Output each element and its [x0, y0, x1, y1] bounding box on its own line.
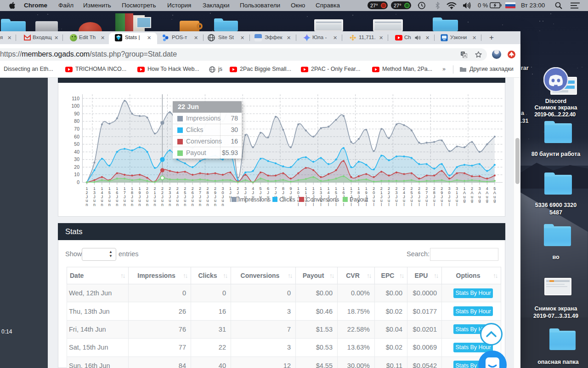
svg-text:80: 80 [74, 118, 79, 124]
svg-text:29Jul: 29Jul [441, 186, 443, 207]
svg-text:Impressions: Impressions [238, 196, 271, 203]
svg-text:28Jun: 28Jun [206, 186, 209, 207]
svg-text:10: 10 [74, 172, 79, 177]
svg-text:25Jun: 25Jun [184, 186, 186, 207]
svg-text:22Jun: 22Jun [161, 186, 164, 207]
svg-text:21Jul: 21Jul [380, 186, 383, 207]
svg-text:23Jun: 23Jun [169, 186, 171, 207]
svg-text:2Aug: 2Aug [470, 186, 473, 203]
svg-text:3Aug: 3Aug [478, 186, 481, 203]
svg-text:40: 40 [74, 149, 79, 155]
svg-text:0: 0 [77, 179, 79, 185]
svg-text:110: 110 [72, 96, 79, 101]
svg-text:1Aug: 1Aug [463, 186, 466, 203]
svg-text:70: 70 [74, 126, 79, 132]
svg-text:24Jun: 24Jun [176, 186, 179, 207]
svg-text:31Jul: 31Jul [456, 186, 458, 207]
svg-text:21Jun: 21Jun [153, 186, 156, 207]
svg-text:Conversions: Conversions [306, 196, 339, 203]
svg-text:24Jul: 24Jul [403, 186, 405, 207]
svg-text:20Jul: 20Jul [373, 186, 375, 207]
svg-text:5Aug: 5Aug [493, 186, 496, 203]
svg-text:19Jun: 19Jun [139, 186, 141, 207]
svg-text:90: 90 [74, 111, 79, 116]
svg-text:30Jun: 30Jun [221, 186, 224, 207]
svg-text:Clicks: Clicks [279, 196, 295, 203]
svg-text:20Jun: 20Jun [146, 186, 148, 207]
svg-text:16Jun: 16Jun [116, 186, 118, 207]
svg-text:12Jun: 12Jun [85, 186, 88, 207]
svg-text:14Jun: 14Jun [101, 186, 103, 207]
svg-text:26Jun: 26Jun [192, 186, 194, 207]
svg-text:20: 20 [74, 164, 79, 170]
svg-text:1Jul: 1Jul [229, 186, 232, 203]
svg-text:16Jul: 16Jul [342, 186, 345, 207]
svg-text:50: 50 [74, 141, 79, 147]
svg-text:25Jul: 25Jul [410, 186, 413, 207]
svg-text:15Jun: 15Jun [108, 186, 111, 207]
svg-text:Payout: Payout [350, 196, 368, 203]
svg-text:18Jun: 18Jun [131, 186, 133, 207]
svg-text:22Jul: 22Jul [388, 186, 390, 207]
svg-text:27Jul: 27Jul [425, 186, 428, 207]
svg-text:27Jun: 27Jun [199, 186, 201, 207]
svg-text:28Jul: 28Jul [433, 186, 435, 207]
svg-text:13Jun: 13Jun [93, 186, 96, 207]
svg-text:30Jul: 30Jul [448, 186, 451, 207]
svg-text:17Jun: 17Jun [124, 186, 126, 207]
svg-text:26Jul: 26Jul [418, 186, 420, 207]
svg-text:100: 100 [71, 103, 79, 109]
svg-text:4Aug: 4Aug [486, 186, 488, 203]
svg-text:29Jun: 29Jun [214, 186, 216, 207]
svg-text:23Jul: 23Jul [395, 186, 397, 207]
svg-text:10Jul: 10Jul [297, 186, 300, 207]
svg-text:60: 60 [74, 134, 79, 139]
svg-text:30: 30 [74, 156, 79, 162]
